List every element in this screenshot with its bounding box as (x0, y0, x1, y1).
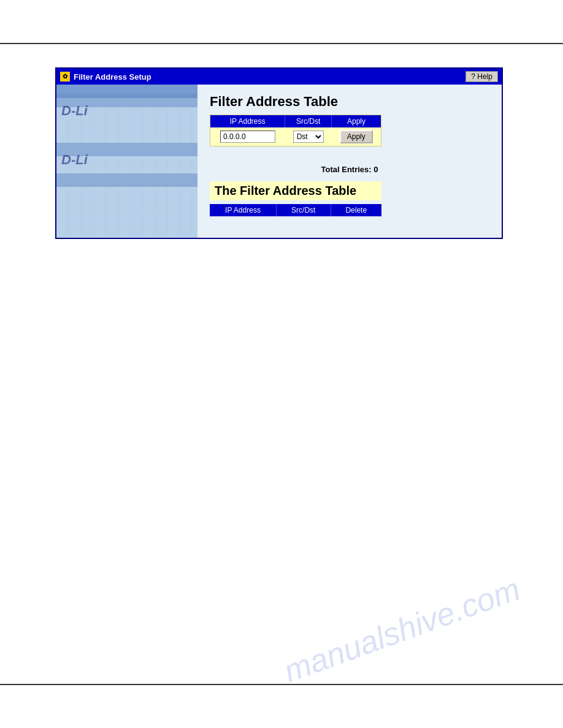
sidebar: D-Li D-Li (56, 85, 197, 238)
bottom-table-title: The Filter Address Table (210, 181, 381, 200)
col-apply: Apply (332, 115, 381, 127)
dst-select-cell: Src Dst (285, 127, 332, 146)
col-ip-address: IP Address (210, 115, 285, 127)
apply-cell: Apply (332, 127, 381, 146)
main-window: ✿ Filter Address Setup ? Help D-Li D-Li … (55, 67, 503, 239)
filter-table-title: Filter Address Table (210, 94, 489, 110)
ip-address-input[interactable] (220, 131, 275, 143)
window-title: Filter Address Setup (74, 72, 151, 82)
sidebar-band-3 (56, 173, 197, 187)
col-src-dst: Src/Dst (285, 115, 332, 127)
window-icon: ✿ (60, 72, 70, 82)
content-area: Filter Address Table IP Address Src/Dst … (197, 85, 502, 238)
top-rule (0, 43, 563, 44)
title-bar: ✿ Filter Address Setup ? Help (56, 69, 502, 85)
sidebar-logo-1: D-Li (61, 103, 88, 119)
bottom-col-src-dst: Src/Dst (276, 204, 331, 216)
filter-table-container: IP Address Src/Dst Apply Sr (210, 115, 381, 146)
apply-button[interactable]: Apply (340, 130, 373, 143)
filter-form-row: Src Dst Apply (210, 127, 381, 146)
watermark: manualshive.com (279, 571, 525, 690)
bottom-section: The Filter Address Table IP Address Src/… (210, 181, 381, 216)
ip-input-cell (210, 127, 285, 146)
window-body: D-Li D-Li Filter Address Table IP Addres… (56, 85, 502, 238)
help-button[interactable]: ? Help (465, 71, 498, 82)
bottom-filter-table: IP Address Src/Dst Delete (210, 204, 381, 216)
src-dst-select[interactable]: Src Dst (293, 131, 324, 143)
title-bar-left: ✿ Filter Address Setup (60, 72, 151, 82)
bottom-col-delete: Delete (331, 204, 381, 216)
total-entries: Total Entries: 0 (210, 165, 489, 174)
bottom-col-ip-address: IP Address (210, 204, 276, 216)
sidebar-band-5 (56, 85, 197, 98)
sidebar-logo-2: D-Li (61, 152, 88, 168)
bottom-rule (0, 684, 563, 685)
filter-table: IP Address Src/Dst Apply Sr (210, 115, 381, 146)
